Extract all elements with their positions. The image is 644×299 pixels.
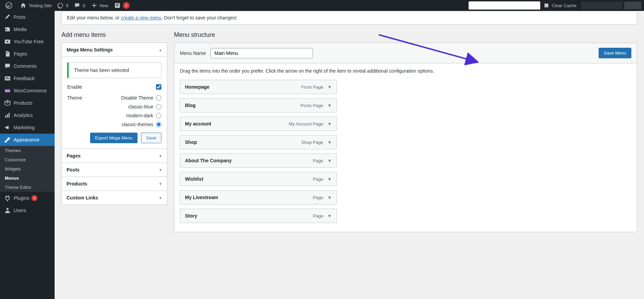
theme-radio[interactable] — [156, 95, 161, 101]
sidebar-item-woocommerce[interactable]: wooWooCommerce — [0, 85, 55, 97]
chevron-down-icon[interactable]: ▼ — [327, 177, 332, 182]
theme-option-modern-dark[interactable]: modern-dark — [126, 113, 161, 118]
enable-checkbox[interactable] — [156, 84, 161, 90]
sidebar-sub-themes[interactable]: Themes — [0, 146, 55, 155]
comments-count: 0 — [83, 3, 85, 8]
chevron-down-icon[interactable]: ▼ — [327, 158, 332, 163]
sidebar-item-label: Analytics — [14, 113, 33, 118]
updates-count: 9 — [66, 3, 68, 8]
sidebar-item-label: YouTube Free — [14, 39, 44, 44]
sidebar-item-appearance[interactable]: Appearance — [0, 134, 55, 146]
wp-logo[interactable] — [3, 0, 17, 11]
media-icon — [4, 26, 11, 33]
sidebar-item-youtube-free[interactable]: YouTube Free — [0, 35, 55, 48]
sidebar-item-analytics[interactable]: Analytics — [0, 109, 55, 121]
sidebar-item-label: Media — [14, 27, 27, 32]
pin-icon — [4, 14, 11, 20]
sidebar-sub-widgets[interactable]: Widgets — [0, 164, 55, 174]
save-menu-button[interactable]: Save Menu — [599, 48, 631, 58]
theme-option-classic-themes[interactable]: classic-themes — [121, 122, 161, 127]
menu-item[interactable]: WishlistPage▼ — [180, 172, 337, 186]
mega-menu-header[interactable]: Mega Menu Settings ▲ — [62, 43, 167, 57]
sidebar-sub-menus[interactable]: Menus — [0, 174, 55, 183]
woo-icon: woo — [4, 87, 11, 94]
chevron-down-icon[interactable]: ▼ — [327, 195, 332, 200]
chevron-down-icon[interactable]: ▼ — [327, 103, 332, 108]
menu-item[interactable]: ShopShop Page▼ — [180, 135, 337, 149]
menu-item-type: Page — [313, 158, 323, 163]
product-icon — [4, 100, 11, 106]
comments-link[interactable]: 0 — [71, 0, 88, 11]
menu-item[interactable]: BlogPosts Page▼ — [180, 98, 337, 113]
sidebar-item-marketing[interactable]: Marketing — [0, 121, 55, 134]
sidebar-item-label: Feedback — [14, 76, 34, 81]
new-label: New — [100, 3, 109, 8]
sidebar-item-comments[interactable]: Comments — [0, 60, 55, 72]
clear-cache-link[interactable]: Clear Cache — [540, 0, 579, 11]
sidebar-sub-customize[interactable]: Customize — [0, 155, 55, 164]
create-menu-link[interactable]: create a new menu — [121, 15, 161, 20]
accordion-products[interactable]: Products▼ — [62, 177, 167, 191]
svg-rect-10 — [7, 114, 8, 118]
theme-option-disable-theme[interactable]: Disable Theme — [121, 95, 161, 101]
plugin-icon — [4, 195, 11, 201]
menu-item-type: Front Page — [301, 85, 323, 90]
theme-option-label: classic-blue — [128, 104, 153, 109]
accordion-custom-links[interactable]: Custom Links▼ — [62, 191, 167, 205]
theme-option-label: Disable Theme — [121, 95, 153, 101]
play-icon — [4, 38, 11, 45]
menu-item-type: Page — [313, 177, 323, 182]
menu-item[interactable]: About The CompanyPage▼ — [180, 153, 337, 168]
export-mega-menu-button[interactable]: Export Mega Menu — [90, 133, 138, 143]
site-name: Testing Site — [29, 3, 52, 8]
menu-name-input[interactable] — [211, 48, 313, 58]
adminbar-search[interactable] — [469, 1, 540, 10]
sidebar-item-pages[interactable]: Pages — [0, 48, 55, 60]
feedback-icon — [4, 75, 11, 82]
chevron-down-icon[interactable]: ▼ — [327, 213, 332, 219]
chevron-down-icon[interactable]: ▼ — [327, 121, 332, 126]
menu-item[interactable]: My accountMy Account Page▼ — [180, 117, 337, 131]
menu-item[interactable]: StoryPage▼ — [180, 209, 337, 223]
theme-radio[interactable] — [156, 113, 161, 118]
site-name-link[interactable]: Testing Site — [17, 0, 54, 11]
triangle-down-icon: ▼ — [159, 168, 162, 172]
new-link[interactable]: New — [88, 0, 111, 11]
analytics-icon — [4, 112, 11, 119]
menu-item[interactable]: HomepageFront Page▼ — [180, 80, 337, 94]
updates-link[interactable]: 9 — [54, 0, 71, 11]
adminbar-dark — [581, 2, 622, 9]
accordion-posts[interactable]: Posts▼ — [62, 163, 167, 177]
svg-rect-6 — [5, 78, 10, 79]
sidebar-item-label: Plugins — [14, 195, 29, 201]
sidebar-item-feedback[interactable]: Feedback — [0, 72, 55, 85]
menu-item-title: Wishlist — [185, 176, 203, 182]
chevron-down-icon[interactable]: ▼ — [327, 85, 332, 90]
theme-radio[interactable] — [156, 122, 161, 127]
cache-icon — [543, 2, 550, 9]
menu-item-title: My account — [185, 121, 211, 126]
theme-option-classic-blue[interactable]: classic-blue — [128, 104, 161, 109]
admin-bar: Testing Site 9 0 New 3 Clear Cache — [0, 0, 644, 11]
save-mega-menu-button[interactable]: Save — [141, 133, 161, 143]
menu-item[interactable]: My LivestreamPage▼ — [180, 190, 337, 205]
svg-rect-9 — [5, 116, 6, 118]
sidebar-item-products[interactable]: Products — [0, 97, 55, 109]
sidebar-sub-theme-editor[interactable]: Theme Editor — [0, 183, 55, 192]
menu-panel: Menu Name Save Menu Drag the items into … — [174, 43, 637, 232]
sidebar-item-posts[interactable]: Posts — [0, 11, 55, 23]
chevron-down-icon[interactable]: ▼ — [327, 140, 332, 145]
sidebar-item-users[interactable]: Users — [0, 204, 55, 216]
sidebar-item-label: Pages — [14, 51, 27, 57]
yoast-icon — [114, 2, 121, 9]
sidebar-item-media[interactable]: Media — [0, 23, 55, 35]
notice-pre: Edit your menu below, or — [67, 15, 121, 20]
sidebar-item-plugins[interactable]: Plugins5 — [0, 192, 55, 204]
accordion-pages[interactable]: Pages▼ — [62, 149, 167, 163]
refresh-icon — [57, 2, 64, 9]
sidebar-item-label: Comments — [14, 63, 37, 69]
menu-item-type: Shop Page — [301, 140, 323, 145]
theme-radio[interactable] — [156, 104, 161, 109]
marketing-icon — [4, 124, 11, 131]
yoast-link[interactable]: 3 — [111, 0, 132, 11]
